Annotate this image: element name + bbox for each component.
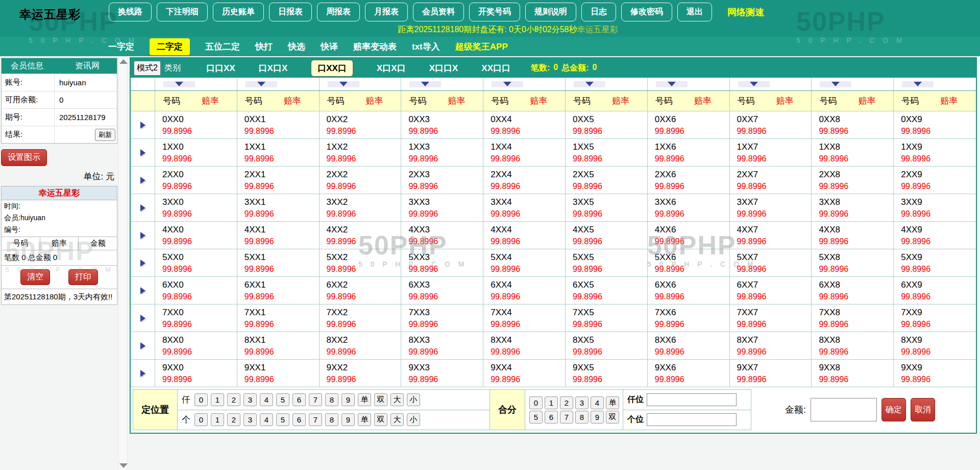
print-button[interactable]: 打印 (68, 269, 98, 285)
nav-button[interactable]: 规则说明 (525, 3, 576, 21)
position-key-button[interactable]: 1 (211, 393, 224, 406)
bet-cell[interactable]: 4XX399.8996 (401, 222, 483, 249)
bet-cell[interactable]: 3XX299.8996 (320, 194, 402, 221)
bet-cell[interactable]: 8XX099.8996 (155, 332, 237, 359)
bet-cell[interactable]: 4XX499.8996 (483, 222, 566, 249)
row-select-cell[interactable] (131, 332, 155, 359)
bet-cell[interactable]: 8XX999.8996 (894, 332, 976, 359)
position-key-button[interactable]: 2 (227, 393, 240, 406)
position-key-button[interactable]: 4 (260, 413, 273, 426)
bet-cell[interactable]: 3XX799.8996 (730, 194, 812, 221)
bet-cell[interactable]: 7XX999.8996 (894, 304, 976, 332)
hefen-key-button[interactable]: 4 (591, 396, 604, 409)
confirm-button[interactable]: 确定 (881, 398, 906, 421)
position-key-button[interactable]: 大 (390, 393, 404, 406)
scroll-up-arrow-icon[interactable] (119, 59, 128, 64)
bet-cell[interactable]: 4XX799.8996 (730, 222, 812, 249)
nav-button[interactable]: 会员资料 (413, 3, 464, 21)
header-tab[interactable]: 快译 (321, 41, 338, 53)
mode-tab[interactable]: 口口XX (206, 62, 235, 74)
position-key-button[interactable]: 0 (194, 413, 208, 426)
position-key-button[interactable]: 1 (211, 413, 224, 426)
bet-cell[interactable]: 4XX299.8996 (320, 222, 402, 249)
column-filter-dropdown[interactable] (730, 78, 812, 90)
bet-cell[interactable]: 5XX799.8996 (730, 249, 812, 276)
bet-cell[interactable]: 8XX399.8996 (401, 332, 483, 359)
position-key-button[interactable]: 单 (358, 393, 371, 406)
position-key-button[interactable]: 8 (325, 413, 338, 426)
bet-cell[interactable]: 9XX899.8996 (812, 360, 894, 387)
position-key-button[interactable]: 8 (325, 393, 338, 406)
column-filter-dropdown[interactable] (483, 78, 566, 90)
bet-cell[interactable]: 4XX099.8996 (155, 222, 237, 249)
bet-cell[interactable]: 0XX999.8996 (894, 111, 976, 138)
bet-cell[interactable]: 8XX499.8996 (483, 332, 566, 359)
bet-cell[interactable]: 9XX099.8996 (155, 360, 237, 387)
bet-cell[interactable]: 5XX399.8996 (401, 249, 483, 276)
scroll-down-arrow-icon[interactable] (119, 463, 128, 468)
bet-cell[interactable]: 0XX499.8996 (483, 111, 566, 138)
mode-tab[interactable]: X口口X (429, 62, 458, 74)
position-key-button[interactable]: 6 (292, 393, 306, 406)
bet-cell[interactable]: 6XX499.8996 (483, 277, 566, 304)
bet-cell[interactable]: 9XX199.8996 (237, 360, 320, 387)
hefen-key-button[interactable]: 7 (560, 411, 573, 424)
position-key-button[interactable]: 6 (292, 413, 306, 426)
hefen-key-button[interactable]: 单 (606, 396, 619, 409)
position-input[interactable] (647, 393, 737, 406)
column-filter-dropdown[interactable] (320, 78, 402, 90)
position-key-button[interactable]: 双 (374, 413, 387, 426)
bet-cell[interactable]: 6XX699.8996 (648, 277, 730, 304)
sidebar-tab-news[interactable]: 资讯网 (75, 61, 100, 72)
bet-cell[interactable]: 1XX099.8996 (155, 139, 237, 166)
hefen-key-button[interactable]: 3 (575, 396, 589, 409)
mode-button[interactable]: 模式2 (134, 61, 161, 76)
header-tab[interactable]: 快打 (255, 41, 273, 53)
row-select-cell[interactable] (131, 111, 155, 138)
position-key-button[interactable]: 4 (260, 393, 273, 406)
bet-cell[interactable]: 1XX899.8996 (812, 139, 894, 166)
bet-cell[interactable]: 9XX499.8996 (483, 360, 566, 387)
bet-cell[interactable]: 3XX399.8996 (401, 194, 483, 221)
position-key-button[interactable]: 7 (309, 393, 322, 406)
position-key-button[interactable]: 单 (358, 413, 371, 426)
position-key-button[interactable]: 5 (276, 393, 289, 406)
bet-cell[interactable]: 0XX199.8996 (237, 111, 320, 138)
bet-cell[interactable]: 8XX699.8996 (648, 332, 730, 359)
bet-cell[interactable]: 6XX399.8996 (401, 277, 483, 304)
bet-cell[interactable]: 1XX799.8996 (730, 139, 812, 166)
position-input[interactable] (647, 413, 737, 426)
header-tab[interactable]: 超级奖王APP (455, 41, 508, 53)
bet-cell[interactable]: 2XX799.8996 (730, 167, 812, 194)
bet-cell[interactable]: 5XX299.8996 (320, 249, 402, 276)
bet-cell[interactable]: 6XX599.8996 (566, 277, 648, 304)
position-key-button[interactable]: 9 (341, 393, 355, 406)
bet-cell[interactable]: 4XX699.8996 (648, 222, 730, 249)
bet-cell[interactable]: 1XX299.8996 (320, 139, 402, 166)
bet-cell[interactable]: 7XX699.8996 (648, 304, 730, 332)
bet-cell[interactable]: 2XX099.8996 (155, 167, 237, 194)
column-filter-dropdown[interactable] (401, 78, 483, 90)
amount-input[interactable] (811, 398, 877, 421)
nav-button[interactable]: 开奖号码 (469, 3, 520, 21)
nav-button[interactable]: 历史账单 (213, 3, 264, 21)
position-key-button[interactable]: 9 (341, 413, 355, 426)
column-filter-dropdown[interactable] (894, 78, 976, 90)
mode-tab[interactable]: X口X口 (377, 62, 406, 74)
position-key-button[interactable]: 5 (276, 413, 289, 426)
hefen-key-button[interactable]: 双 (606, 411, 619, 424)
bet-cell[interactable]: 1XX499.8996 (483, 139, 566, 166)
set-icon-button[interactable]: 设置图示 (1, 149, 47, 166)
bet-cell[interactable]: 8XX299.8996 (320, 332, 402, 359)
row-select-cell[interactable] (131, 194, 155, 221)
position-key-button[interactable]: 大 (390, 413, 404, 426)
nav-button[interactable]: 周报表 (317, 3, 360, 21)
bet-cell[interactable]: 7XX199.8996 (237, 304, 320, 332)
hefen-key-button[interactable]: 9 (591, 411, 604, 424)
position-key-button[interactable]: 3 (243, 413, 257, 426)
nav-button[interactable]: 日志 (581, 3, 616, 21)
nav-button[interactable]: 修改密码 (621, 3, 672, 21)
bet-cell[interactable]: 2XX199.8996 (237, 167, 320, 194)
position-key-button[interactable]: 7 (309, 413, 322, 426)
column-filter-dropdown[interactable] (648, 78, 730, 90)
